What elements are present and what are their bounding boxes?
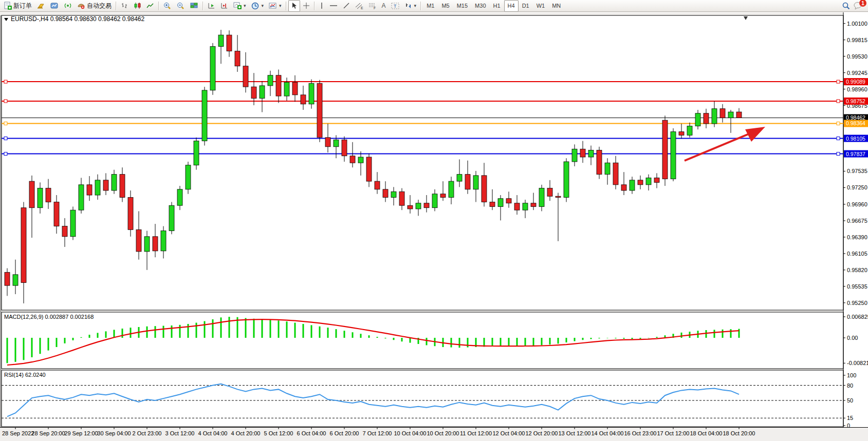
crosshair-tool-button[interactable] [300, 0, 312, 12]
mt4-window: 新订单 自动交易 ▾ ▾ ▾ E F A T ▾ M [0, 0, 868, 441]
candle [564, 162, 569, 198]
auto-scroll-icon [208, 2, 215, 9]
period-dropdown[interactable]: ▾ [249, 0, 267, 12]
candle [13, 275, 18, 285]
candle [473, 176, 478, 189]
clock-icon [251, 2, 260, 10]
timeframe-button-m1[interactable]: M1 [423, 0, 438, 12]
candle [334, 140, 339, 146]
candle [70, 210, 76, 237]
signals-button[interactable] [61, 0, 75, 12]
template-dropdown[interactable]: ▾ [266, 0, 284, 12]
time-axis-label: 29 Sep 12:00 [64, 430, 98, 436]
candle [62, 226, 67, 237]
candle [29, 181, 34, 208]
candle [547, 188, 552, 197]
candle [572, 149, 577, 162]
tile-windows-icon [190, 2, 198, 9]
line-chart-mode-button[interactable] [144, 0, 157, 12]
candle [95, 180, 100, 195]
chat-notification-icon[interactable]: 1 [854, 2, 863, 10]
chart-window-button[interactable] [48, 0, 61, 12]
time-axis-label: 6 Oct 04:00 [297, 430, 326, 436]
price-line-label: 0.98105 [846, 136, 865, 142]
trendline-tool-button[interactable] [340, 0, 353, 12]
timeframe-button-w1[interactable]: W1 [533, 0, 549, 12]
toolbar-separator [158, 2, 159, 10]
channel-tool-button[interactable]: E [353, 0, 366, 12]
price-tick-label: 0.97250 [847, 184, 867, 190]
label-tool-button[interactable]: T [389, 0, 402, 12]
candle [103, 180, 108, 190]
toolbar-right-group: 1 [842, 2, 867, 10]
timeframe-button-h1[interactable]: H1 [490, 0, 504, 12]
rsi-label: RSI(14) 62.0240 [4, 372, 46, 378]
candle [284, 82, 289, 96]
arrows-shapes-icon [404, 2, 412, 9]
shapes-dropdown[interactable]: ▾ [402, 0, 419, 12]
auto-scroll-button[interactable] [205, 0, 218, 12]
tile-windows-button[interactable] [188, 0, 201, 12]
template-icon [269, 2, 277, 9]
price-tick-label: 0.99815 [847, 37, 867, 43]
chart-shift-button[interactable] [218, 0, 231, 12]
candle-chart-mode-button[interactable] [131, 0, 144, 12]
candle [202, 90, 207, 141]
timeframe-button-h4[interactable]: H4 [504, 0, 519, 12]
price-tick-label: 1.00100 [847, 21, 867, 27]
bar-chart-mode-button[interactable] [118, 0, 131, 12]
toolbar-separator [286, 2, 287, 10]
toolbar-separator [116, 2, 117, 10]
timeframe-button-mn[interactable]: MN [548, 0, 564, 12]
candle [128, 197, 133, 229]
candle [79, 185, 84, 210]
vline-tool-button[interactable] [317, 0, 327, 12]
autotrading-button[interactable]: 自动交易 [75, 0, 114, 12]
candle [161, 231, 166, 251]
price-tick-label: 0.96390 [847, 234, 867, 240]
time-axis-label: 14 Oct 04:00 [592, 430, 624, 436]
chart-shift-icon [220, 2, 228, 9]
zoom-out-button[interactable] [174, 0, 188, 12]
timeframe-button-m15[interactable]: M15 [453, 0, 471, 12]
chart-area[interactable]: 1.001000.998150.995300.992450.989600.986… [0, 12, 868, 441]
new-chart-dropdown[interactable]: ▾ [231, 0, 249, 12]
fibonacci-tool-button[interactable]: F [366, 0, 379, 12]
timeframe-button-m30[interactable]: M30 [471, 0, 489, 12]
candle [556, 196, 561, 197]
price-line-label: 0.98752 [846, 98, 865, 104]
candle [309, 83, 314, 104]
text-tool-button[interactable]: A [379, 0, 389, 12]
cursor-tool-button[interactable] [288, 0, 300, 12]
time-axis-label: 11 Oct 12:00 [460, 430, 492, 436]
candle [194, 141, 199, 165]
candle [588, 150, 594, 157]
hline-tool-button[interactable] [327, 0, 340, 12]
line-anchor [837, 100, 840, 103]
chart-window: 1.001000.998150.995300.992450.989600.986… [0, 12, 868, 441]
time-axis-label: 2 Oct 23:00 [133, 430, 162, 436]
candle [342, 140, 347, 156]
price-tick-label: 0.97535 [847, 168, 867, 174]
candle [539, 188, 544, 207]
candle [416, 203, 421, 209]
candle [251, 87, 256, 98]
candle [580, 149, 585, 157]
candle [383, 189, 388, 198]
candlestick-icon [134, 2, 141, 9]
candle [325, 138, 330, 147]
zoom-out-icon [177, 2, 185, 10]
candle [350, 156, 355, 163]
timeframe-button-m5[interactable]: M5 [438, 0, 453, 12]
new-order-button[interactable]: 新订单 [1, 0, 34, 12]
search-icon[interactable] [842, 2, 851, 10]
rsi-axis-label: 15 [847, 415, 853, 421]
candle [87, 185, 92, 195]
notification-badge: 1 [859, 0, 866, 7]
price-line-label: 0.97837 [846, 151, 865, 157]
market-watch-button[interactable] [34, 0, 48, 12]
timeframe-button-d1[interactable]: D1 [519, 0, 533, 12]
zoom-in-button[interactable] [161, 0, 174, 12]
cursor-icon [291, 2, 298, 9]
candle [292, 82, 298, 95]
